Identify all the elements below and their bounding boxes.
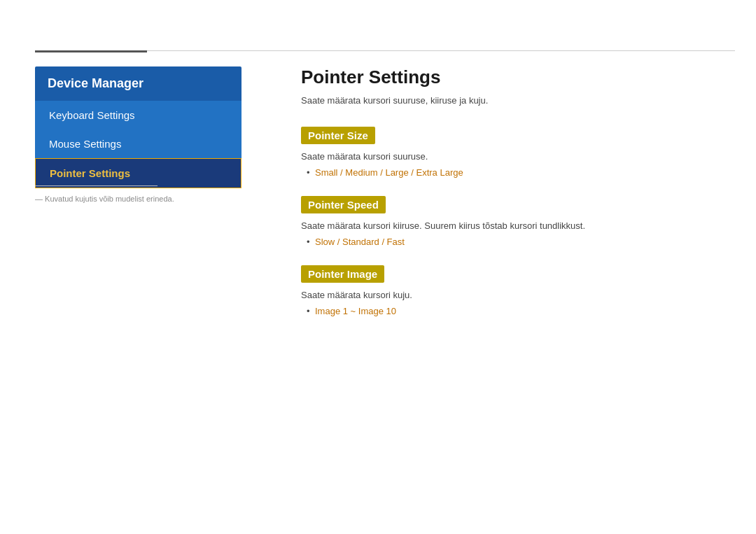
pointer-speed-list: Slow / Standard / Fast bbox=[301, 237, 721, 247]
pointer-size-heading: Pointer Size bbox=[301, 127, 375, 144]
sidebar-item-mouse-settings[interactable]: Mouse Settings bbox=[35, 129, 241, 158]
sidebar-item-pointer-settings[interactable]: Pointer Settings bbox=[35, 158, 241, 188]
sidebar-divider bbox=[35, 185, 158, 186]
top-bar-accent bbox=[35, 50, 147, 52]
pointer-image-section: Pointer Image Saate määrata kursori kuju… bbox=[301, 261, 721, 316]
main-content: Pointer Settings Saate määrata kursori s… bbox=[301, 66, 721, 330]
pointer-size-options: Small / Medium / Large / Extra Large bbox=[308, 167, 721, 178]
pointer-size-section: Pointer Size Saate määrata kursori suuru… bbox=[301, 122, 721, 178]
page-title: Pointer Settings bbox=[301, 66, 721, 88]
pointer-image-heading: Pointer Image bbox=[301, 265, 384, 283]
sidebar-note: — Kuvatud kujutis võib mudelist erineda. bbox=[35, 195, 174, 203]
pointer-image-desc: Saate määrata kursori kuju. bbox=[301, 290, 721, 300]
pointer-size-options-text: Small / Medium / Large / Extra Large bbox=[315, 167, 463, 178]
pointer-speed-section: Pointer Speed Saate määrata kursori kiir… bbox=[301, 192, 721, 247]
pointer-size-desc: Saate määrata kursori suuruse. bbox=[301, 151, 721, 162]
sidebar-item-keyboard-settings[interactable]: Keyboard Settings bbox=[35, 101, 241, 129]
pointer-speed-options: Slow / Standard / Fast bbox=[308, 237, 721, 247]
sidebar-menu: Keyboard Settings Mouse Settings Pointer… bbox=[35, 101, 241, 188]
pointer-speed-desc: Saate määrata kursori kiiruse. Suurem ki… bbox=[301, 220, 721, 231]
sidebar: Device Manager Keyboard Settings Mouse S… bbox=[35, 66, 241, 188]
pointer-speed-heading: Pointer Speed bbox=[301, 196, 386, 213]
sidebar-title: Device Manager bbox=[35, 66, 241, 101]
pointer-image-list: Image 1 ~ Image 10 bbox=[301, 306, 721, 316]
pointer-image-options: Image 1 ~ Image 10 bbox=[308, 306, 721, 316]
pointer-speed-options-text: Slow / Standard / Fast bbox=[315, 237, 405, 247]
page-subtitle: Saate määrata kursori suuruse, kiiruse j… bbox=[301, 95, 721, 106]
pointer-image-options-text: Image 1 ~ Image 10 bbox=[315, 306, 396, 316]
pointer-size-list: Small / Medium / Large / Extra Large bbox=[301, 167, 721, 178]
